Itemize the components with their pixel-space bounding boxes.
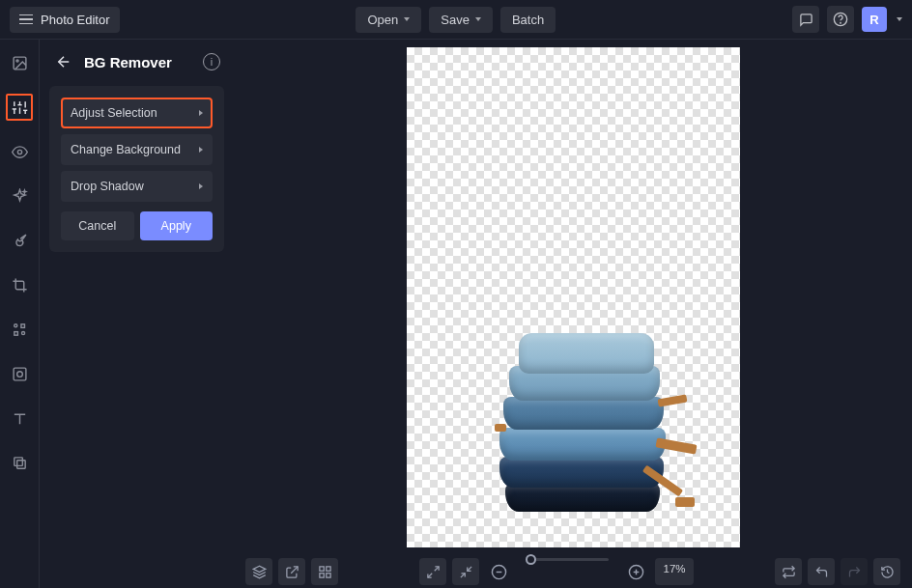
main: BG Remover i Adjust Selection Change Bac…: [0, 40, 912, 588]
chevron-right-icon: [199, 110, 203, 116]
chevron-down-icon: [404, 17, 410, 21]
option-label: Drop Shadow: [71, 180, 144, 193]
canvas-area: 17%: [234, 40, 912, 588]
compare-button[interactable]: [775, 558, 802, 585]
apply-button[interactable]: Apply: [140, 211, 214, 240]
comment-button[interactable]: [792, 6, 819, 33]
layers-panel-button[interactable]: [245, 558, 272, 585]
brush-icon: [12, 233, 28, 249]
image-icon: [12, 55, 28, 71]
help-button[interactable]: [827, 6, 854, 33]
rail-adjust[interactable]: [6, 94, 33, 121]
panel-header: BG Remover i: [49, 51, 224, 72]
rail-text[interactable]: [6, 405, 33, 432]
save-button[interactable]: Save: [429, 7, 493, 33]
svg-point-14: [14, 323, 16, 326]
panel-card: Adjust Selection Change Background Drop …: [49, 86, 224, 252]
layers-icon: [12, 455, 28, 471]
open-button[interactable]: Open: [356, 7, 421, 33]
bb-right-group: [775, 558, 900, 585]
redo-icon: [847, 565, 862, 579]
svg-rect-27: [326, 573, 329, 576]
chevron-right-icon: [199, 183, 203, 189]
canvas-viewport[interactable]: [234, 40, 912, 555]
export-icon: [285, 565, 299, 579]
option-change-background[interactable]: Change Background: [61, 134, 213, 165]
svg-rect-16: [14, 331, 17, 335]
chevron-right-icon: [199, 147, 203, 153]
svg-line-30: [468, 566, 471, 570]
svg-line-28: [435, 566, 439, 570]
option-label: Change Background: [71, 143, 181, 156]
back-button[interactable]: [53, 51, 74, 72]
canvas[interactable]: [407, 47, 740, 547]
cancel-button[interactable]: Cancel: [61, 211, 134, 240]
grid-button[interactable]: [311, 558, 338, 585]
app-title: Photo Editor: [41, 13, 110, 27]
collapse-button[interactable]: [452, 558, 479, 585]
rail-image[interactable]: [6, 49, 33, 76]
image-subject: [496, 333, 670, 517]
side-panel: BG Remover i Adjust Selection Change Bac…: [40, 40, 234, 588]
header-left: Photo Editor: [10, 7, 120, 33]
svg-line-31: [461, 573, 465, 576]
svg-rect-20: [14, 457, 21, 465]
text-icon: [12, 410, 28, 427]
zoom-handle[interactable]: [526, 554, 536, 565]
rail-arrange[interactable]: [6, 316, 33, 343]
app-header: Photo Editor Open Save Batch R: [0, 0, 912, 40]
sliders-icon: [12, 99, 28, 116]
avatar[interactable]: R: [862, 7, 887, 32]
zoom-value[interactable]: 17%: [655, 558, 693, 585]
svg-point-13: [17, 150, 21, 154]
grid-icon: [318, 565, 332, 579]
svg-point-1: [841, 22, 841, 23]
undo-button[interactable]: [808, 558, 835, 585]
bottom-bar: 17%: [234, 555, 912, 588]
chevron-down-icon[interactable]: [897, 17, 902, 21]
button-row: Cancel Apply: [61, 211, 213, 240]
undo-icon: [814, 565, 829, 579]
rail-crop[interactable]: [6, 271, 33, 298]
header-right: R: [792, 6, 902, 33]
expand-icon: [426, 565, 441, 579]
fit-button[interactable]: [419, 558, 446, 585]
compare-icon: [782, 565, 796, 579]
rail-eye[interactable]: [6, 138, 33, 165]
zoom-out-button[interactable]: [485, 558, 512, 585]
option-adjust-selection[interactable]: Adjust Selection: [61, 98, 213, 128]
export-button[interactable]: [278, 558, 305, 585]
zoom-in-button[interactable]: [622, 558, 649, 585]
rail-retouch[interactable]: [6, 360, 33, 387]
minus-circle-icon: [491, 564, 507, 580]
app-menu-button[interactable]: Photo Editor: [10, 7, 120, 33]
batch-button[interactable]: Batch: [500, 7, 556, 33]
rail-brush[interactable]: [6, 227, 33, 254]
collapse-icon: [459, 565, 473, 579]
svg-rect-24: [319, 566, 323, 570]
bb-zoom-group: 17%: [419, 558, 693, 585]
eye-icon: [12, 144, 28, 160]
arrange-icon: [12, 322, 28, 338]
svg-rect-18: [14, 368, 26, 380]
bb-left-group: [245, 558, 338, 585]
sparkle-icon: [12, 188, 28, 205]
info-button[interactable]: i: [203, 53, 220, 70]
rail-layers[interactable]: [6, 449, 33, 476]
open-label: Open: [367, 13, 398, 27]
option-drop-shadow[interactable]: Drop Shadow: [61, 171, 213, 202]
history-button[interactable]: [873, 558, 900, 585]
bg-fragment: [675, 497, 695, 507]
avatar-initial: R: [869, 13, 878, 27]
svg-point-3: [15, 59, 17, 61]
zoom-slider[interactable]: [526, 558, 609, 561]
batch-label: Batch: [512, 13, 544, 27]
stack-icon: [252, 565, 267, 579]
rail-sparkle[interactable]: [6, 182, 33, 210]
svg-marker-23: [253, 566, 266, 572]
svg-rect-15: [20, 323, 24, 327]
comment-icon: [799, 13, 813, 27]
redo-button[interactable]: [841, 558, 868, 585]
crop-icon: [12, 277, 28, 294]
chevron-down-icon: [475, 17, 481, 21]
